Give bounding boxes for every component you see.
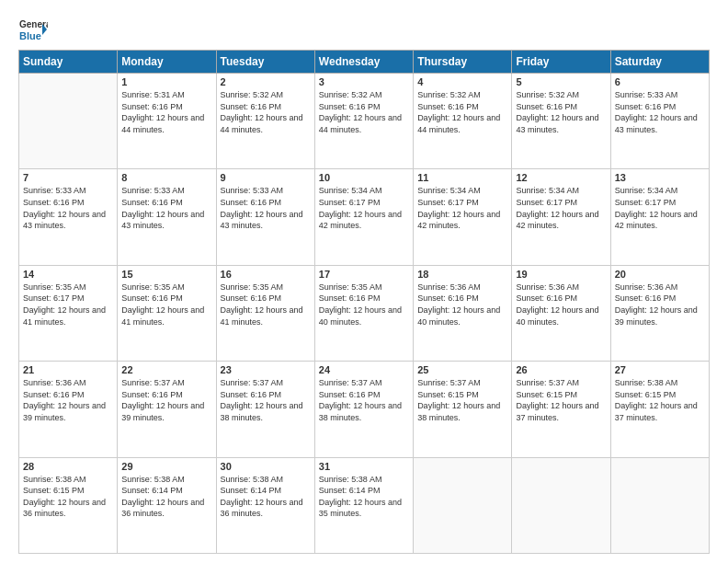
calendar-cell: 31 Sunrise: 5:38 AMSunset: 6:14 PMDaylig…: [314, 457, 413, 553]
calendar-cell: 13 Sunrise: 5:34 AMSunset: 6:17 PMDaylig…: [610, 169, 709, 265]
day-info: Sunrise: 5:34 AMSunset: 6:17 PMDaylight:…: [615, 185, 705, 231]
calendar-cell: [610, 457, 709, 553]
calendar-week-2: 7 Sunrise: 5:33 AMSunset: 6:16 PMDayligh…: [19, 169, 710, 265]
calendar-header-row: SundayMondayTuesdayWednesdayThursdayFrid…: [19, 51, 710, 74]
day-number: 2: [221, 76, 311, 87]
day-info: Sunrise: 5:37 AMSunset: 6:15 PMDaylight:…: [516, 377, 606, 423]
day-info: Sunrise: 5:37 AMSunset: 6:16 PMDaylight:…: [319, 377, 409, 423]
calendar-cell: 11 Sunrise: 5:34 AMSunset: 6:17 PMDaylig…: [414, 169, 512, 265]
calendar-cell: 25 Sunrise: 5:37 AMSunset: 6:15 PMDaylig…: [414, 362, 512, 457]
calendar-cell: 8 Sunrise: 5:33 AMSunset: 6:16 PMDayligh…: [118, 169, 216, 265]
day-number: 8: [121, 172, 211, 183]
day-number: 23: [221, 364, 311, 375]
day-info: Sunrise: 5:36 AMSunset: 6:16 PMDaylight:…: [615, 282, 705, 327]
day-info: Sunrise: 5:32 AMSunset: 6:16 PMDaylight:…: [417, 89, 507, 135]
calendar-cell: 19 Sunrise: 5:36 AMSunset: 6:16 PMDaylig…: [512, 265, 610, 361]
day-info: Sunrise: 5:34 AMSunset: 6:17 PMDaylight:…: [417, 185, 507, 231]
day-number: 28: [23, 461, 113, 472]
calendar-cell: 15 Sunrise: 5:35 AMSunset: 6:16 PMDaylig…: [118, 265, 216, 361]
day-number: 21: [23, 364, 113, 375]
calendar-cell: 12 Sunrise: 5:34 AMSunset: 6:17 PMDaylig…: [512, 169, 610, 265]
logo: General Blue: [18, 15, 48, 44]
calendar-cell: 30 Sunrise: 5:38 AMSunset: 6:14 PMDaylig…: [216, 457, 314, 553]
day-info: Sunrise: 5:38 AMSunset: 6:15 PMDaylight:…: [23, 474, 113, 520]
calendar-week-4: 21 Sunrise: 5:36 AMSunset: 6:16 PMDaylig…: [19, 362, 710, 457]
day-number: 27: [615, 364, 705, 375]
calendar-cell: 24 Sunrise: 5:37 AMSunset: 6:16 PMDaylig…: [314, 362, 413, 457]
calendar-week-5: 28 Sunrise: 5:38 AMSunset: 6:15 PMDaylig…: [19, 457, 710, 553]
calendar-cell: 17 Sunrise: 5:35 AMSunset: 6:16 PMDaylig…: [314, 265, 413, 361]
calendar-cell: 26 Sunrise: 5:37 AMSunset: 6:15 PMDaylig…: [512, 362, 610, 457]
day-number: 22: [121, 364, 211, 375]
header-day-sunday: Sunday: [19, 51, 118, 74]
day-info: Sunrise: 5:33 AMSunset: 6:16 PMDaylight:…: [221, 185, 311, 231]
calendar-cell: 9 Sunrise: 5:33 AMSunset: 6:16 PMDayligh…: [216, 169, 314, 265]
day-info: Sunrise: 5:35 AMSunset: 6:16 PMDaylight:…: [319, 282, 409, 327]
day-info: Sunrise: 5:31 AMSunset: 6:16 PMDaylight:…: [121, 89, 211, 135]
day-number: 11: [417, 172, 507, 183]
header-day-tuesday: Tuesday: [216, 51, 314, 74]
day-number: 16: [221, 269, 311, 280]
calendar-cell: 6 Sunrise: 5:33 AMSunset: 6:16 PMDayligh…: [610, 74, 709, 169]
day-info: Sunrise: 5:36 AMSunset: 6:16 PMDaylight:…: [23, 377, 113, 423]
day-number: 17: [319, 269, 409, 280]
calendar-cell: 20 Sunrise: 5:36 AMSunset: 6:16 PMDaylig…: [610, 265, 709, 361]
day-info: Sunrise: 5:35 AMSunset: 6:16 PMDaylight:…: [221, 282, 311, 327]
day-info: Sunrise: 5:37 AMSunset: 6:15 PMDaylight:…: [417, 377, 507, 423]
day-number: 1: [121, 76, 211, 87]
logo-svg: General Blue: [18, 15, 48, 44]
day-info: Sunrise: 5:36 AMSunset: 6:16 PMDaylight:…: [417, 282, 507, 327]
calendar-cell: 22 Sunrise: 5:37 AMSunset: 6:16 PMDaylig…: [118, 362, 216, 457]
calendar-cell: 4 Sunrise: 5:32 AMSunset: 6:16 PMDayligh…: [414, 74, 512, 169]
day-info: Sunrise: 5:38 AMSunset: 6:14 PMDaylight:…: [121, 474, 211, 520]
calendar-cell: 23 Sunrise: 5:37 AMSunset: 6:16 PMDaylig…: [216, 362, 314, 457]
page: General Blue SundayMondayTuesdayWednesda…: [0, 0, 728, 563]
day-number: 9: [221, 172, 311, 183]
day-info: Sunrise: 5:33 AMSunset: 6:16 PMDaylight:…: [23, 185, 113, 231]
day-number: 4: [417, 76, 507, 87]
day-number: 6: [615, 76, 705, 87]
calendar-cell: [414, 457, 512, 553]
day-info: Sunrise: 5:32 AMSunset: 6:16 PMDaylight:…: [221, 89, 311, 135]
calendar-cell: 21 Sunrise: 5:36 AMSunset: 6:16 PMDaylig…: [19, 362, 118, 457]
calendar-cell: 3 Sunrise: 5:32 AMSunset: 6:16 PMDayligh…: [314, 74, 413, 169]
day-info: Sunrise: 5:32 AMSunset: 6:16 PMDaylight:…: [319, 89, 409, 135]
calendar-cell: 28 Sunrise: 5:38 AMSunset: 6:15 PMDaylig…: [19, 457, 118, 553]
day-info: Sunrise: 5:35 AMSunset: 6:16 PMDaylight:…: [121, 282, 211, 327]
header: General Blue: [18, 15, 710, 44]
day-info: Sunrise: 5:37 AMSunset: 6:16 PMDaylight:…: [121, 377, 211, 423]
day-number: 15: [121, 269, 211, 280]
header-day-monday: Monday: [118, 51, 216, 74]
day-info: Sunrise: 5:34 AMSunset: 6:17 PMDaylight:…: [319, 185, 409, 231]
svg-text:Blue: Blue: [19, 30, 41, 41]
calendar-cell: [512, 457, 610, 553]
day-number: 30: [221, 461, 311, 472]
calendar-cell: 1 Sunrise: 5:31 AMSunset: 6:16 PMDayligh…: [118, 74, 216, 169]
day-info: Sunrise: 5:38 AMSunset: 6:14 PMDaylight:…: [221, 474, 311, 520]
day-info: Sunrise: 5:38 AMSunset: 6:14 PMDaylight:…: [319, 474, 409, 520]
day-info: Sunrise: 5:32 AMSunset: 6:16 PMDaylight:…: [516, 89, 606, 135]
day-info: Sunrise: 5:38 AMSunset: 6:15 PMDaylight:…: [615, 377, 705, 423]
day-number: 25: [417, 364, 507, 375]
calendar-table: SundayMondayTuesdayWednesdayThursdayFrid…: [18, 50, 710, 554]
day-number: 31: [319, 461, 409, 472]
day-info: Sunrise: 5:33 AMSunset: 6:16 PMDaylight:…: [615, 89, 705, 135]
calendar-cell: [19, 74, 118, 169]
day-info: Sunrise: 5:35 AMSunset: 6:17 PMDaylight:…: [23, 282, 113, 327]
day-info: Sunrise: 5:33 AMSunset: 6:16 PMDaylight:…: [121, 185, 211, 231]
day-number: 13: [615, 172, 705, 183]
day-number: 5: [516, 76, 606, 87]
day-number: 14: [23, 269, 113, 280]
header-day-wednesday: Wednesday: [314, 51, 413, 74]
calendar-week-1: 1 Sunrise: 5:31 AMSunset: 6:16 PMDayligh…: [19, 74, 710, 169]
day-number: 20: [615, 269, 705, 280]
calendar-cell: 5 Sunrise: 5:32 AMSunset: 6:16 PMDayligh…: [512, 74, 610, 169]
day-number: 10: [319, 172, 409, 183]
day-number: 26: [516, 364, 606, 375]
day-number: 7: [23, 172, 113, 183]
calendar-cell: 14 Sunrise: 5:35 AMSunset: 6:17 PMDaylig…: [19, 265, 118, 361]
header-day-friday: Friday: [512, 51, 610, 74]
calendar-week-3: 14 Sunrise: 5:35 AMSunset: 6:17 PMDaylig…: [19, 265, 710, 361]
day-number: 3: [319, 76, 409, 87]
day-info: Sunrise: 5:34 AMSunset: 6:17 PMDaylight:…: [516, 185, 606, 231]
